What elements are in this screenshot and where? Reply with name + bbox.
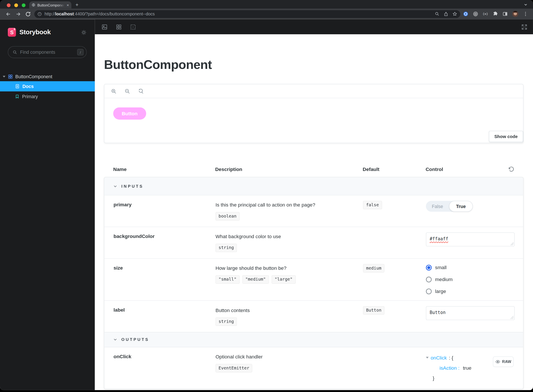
sidebar-item-primary[interactable]: Primary <box>0 91 95 102</box>
site-info-icon[interactable] <box>37 12 42 16</box>
tab-search-chevron-icon[interactable] <box>524 3 528 6</box>
table-row-backgroundcolor: backgroundColor What background color to… <box>104 227 523 258</box>
table-row-onclick: onClick Optional click handler EventEmit… <box>104 347 523 388</box>
share-icon[interactable] <box>444 11 448 16</box>
zoom-window-button[interactable] <box>22 4 25 7</box>
sidebar-item-docs[interactable]: Docs <box>0 81 95 91</box>
arg-name: backgroundColor <box>114 232 215 252</box>
section-outputs-label: OUTPUTS <box>121 337 149 342</box>
default-chip: Button <box>363 306 384 315</box>
fullscreen-icon[interactable] <box>521 24 528 30</box>
type-chip: "small" <box>215 275 239 284</box>
browser-tab[interactable]: ButtonComponent - Docs · Stor × <box>29 1 71 9</box>
sidebar: S Storybook / Button <box>0 19 95 390</box>
type-chip: string <box>215 317 237 326</box>
url-text: http://localhost:4400/?path=/docs/button… <box>44 11 430 16</box>
tab-title: ButtonComponent - Docs · Stor <box>37 3 65 7</box>
extensions-area: {≡} <box>463 11 529 17</box>
globe-favicon-icon <box>32 3 35 7</box>
puzzle-extensions-icon[interactable] <box>492 11 498 17</box>
type-chip: "large" <box>271 275 296 284</box>
address-bar[interactable]: http://localhost:4400/?path=/docs/button… <box>34 10 460 18</box>
canvas-toolbar <box>95 19 533 34</box>
canvas-tab-icon[interactable] <box>101 24 108 30</box>
arg-description: How large should the button be? <box>215 264 363 271</box>
radio-option-large[interactable]: large <box>426 288 523 294</box>
radio-option-small[interactable]: small <box>426 265 523 271</box>
grid-toggle-icon[interactable] <box>116 24 122 30</box>
kebab-menu-icon[interactable] <box>523 11 528 17</box>
show-code-button[interactable]: Show code <box>489 131 523 142</box>
docs-canvas: ButtonComponent Button Show code <box>95 34 533 390</box>
story-preview: Button Show code <box>104 84 524 143</box>
zoom-reset-icon[interactable] <box>138 88 144 94</box>
target-extension-icon[interactable] <box>473 11 478 17</box>
search-shortcut-badge: / <box>77 49 84 56</box>
search-icon <box>13 50 17 55</box>
arg-name: label <box>114 306 215 326</box>
brand-title: Storybook <box>19 29 51 36</box>
bookmark-star-icon[interactable] <box>452 11 457 16</box>
table-row-size: size How large should the button be? "sm… <box>104 258 523 300</box>
label-input[interactable]: Button <box>426 306 514 320</box>
section-inputs-label: INPUTS <box>121 184 144 188</box>
password-extension-icon[interactable] <box>463 11 468 17</box>
minimize-window-button[interactable] <box>14 4 18 7</box>
preview-body: Button <box>104 98 523 120</box>
toggle-false-option[interactable]: False <box>426 204 449 209</box>
reload-icon[interactable] <box>25 11 31 17</box>
raw-toggle-button[interactable]: RAW <box>493 356 514 367</box>
forward-icon[interactable] <box>15 11 21 17</box>
arg-name: primary <box>114 201 215 221</box>
section-inputs[interactable]: INPUTS <box>104 177 523 196</box>
tree-collapse-icon[interactable] <box>426 357 429 359</box>
chevron-expander-icon[interactable] <box>3 76 6 77</box>
backgroundcolor-input[interactable]: #ffaaff <box>426 232 514 246</box>
chevron-down-icon <box>113 337 117 341</box>
profile-avatar[interactable] <box>512 11 518 17</box>
zoom-out-icon[interactable] <box>124 88 130 94</box>
radio-option-medium[interactable]: medium <box>426 276 523 282</box>
gear-icon[interactable] <box>81 29 87 35</box>
column-header-control: Control <box>425 166 443 172</box>
zoom-in-icon[interactable] <box>111 88 117 94</box>
type-chip: EventEmitter <box>215 364 252 372</box>
size-radio-group: small medium large <box>426 264 523 294</box>
arg-name: onClick <box>114 353 215 383</box>
zoom-page-icon[interactable] <box>435 11 439 16</box>
component-tree: ButtonComponent Docs Primary <box>0 72 95 102</box>
window-controls <box>7 4 25 7</box>
sidebar-header: S Storybook <box>0 19 95 37</box>
label-value: Button <box>430 310 446 315</box>
radio-large-icon[interactable] <box>426 288 432 294</box>
radio-medium-icon[interactable] <box>426 276 432 282</box>
backgroundcolor-value: #ffaaff <box>430 236 448 241</box>
type-chip: "medium" <box>242 275 269 284</box>
tree-entry-key[interactable]: isAction <box>439 365 457 371</box>
default-chip: medium <box>363 264 384 272</box>
arg-name: size <box>114 264 215 294</box>
boolean-toggle[interactable]: False True <box>426 201 473 212</box>
reset-controls-icon[interactable] <box>508 166 514 172</box>
measure-outline-icon[interactable] <box>130 24 136 30</box>
column-header-name: Name <box>113 166 215 172</box>
side-panel-icon[interactable] <box>502 11 508 17</box>
new-tab-button[interactable]: + <box>75 2 79 8</box>
table-row-primary: primary Is this the principal call to ac… <box>104 196 523 227</box>
search-input[interactable] <box>20 50 75 55</box>
story-button[interactable]: Button <box>113 107 146 120</box>
close-window-button[interactable] <box>7 4 10 7</box>
url-host: localhost <box>55 11 74 16</box>
sidebar-item-buttoncomponent[interactable]: ButtonComponent <box>0 72 95 81</box>
tree-key[interactable]: onClick <box>431 353 447 363</box>
close-tab-icon[interactable]: × <box>66 3 69 7</box>
toggle-true-option[interactable]: True <box>449 201 473 212</box>
back-icon[interactable] <box>5 11 11 17</box>
preview-toolbar <box>104 84 523 98</box>
devtools-extension-icon[interactable]: {≡} <box>482 12 488 16</box>
type-chip: boolean <box>215 212 239 221</box>
search-box[interactable]: / <box>8 46 87 58</box>
radio-small-icon[interactable] <box>426 265 432 271</box>
column-header-description: Description <box>215 166 363 172</box>
section-outputs[interactable]: OUTPUTS <box>104 332 523 347</box>
